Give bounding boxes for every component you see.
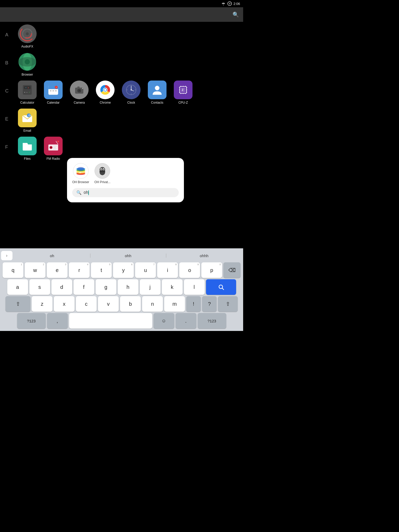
svg-rect-20 [50,90,51,91]
section-b: B Browser [5,52,238,76]
search-enter-icon [218,284,224,290]
key-x[interactable]: x [54,296,75,312]
cpuz-label: CPU-Z [178,101,188,104]
svg-rect-21 [52,90,54,91]
key-j[interactable]: j [140,279,161,295]
key-search-enter[interactable] [206,279,236,295]
app-camera[interactable]: Camera [68,81,91,104]
app-clock[interactable]: Clock [119,81,143,104]
svg-point-91 [103,169,104,170]
expand-suggestions-button[interactable]: › [1,251,12,260]
files-icon [18,137,37,155]
key-d[interactable]: d [51,279,72,295]
oh-browser-label: OH Browser [72,180,89,184]
svg-point-29 [82,88,83,89]
svg-text:×: × [28,87,29,89]
key-v[interactable]: v [98,296,119,312]
key-k[interactable]: k [162,279,183,295]
app-audiofx[interactable]: AudioFX [16,24,39,48]
svg-point-71 [50,147,52,148]
popup-oh-browser[interactable]: ●● OH Browser [72,163,89,184]
key-n[interactable]: n [142,296,163,312]
key-question[interactable]: ? [202,296,217,312]
key-symbols-left[interactable]: ?123 [17,313,46,329]
key-e[interactable]: 3e [47,262,68,278]
keyboard-row-1: 1q 2w 3e 4r 5t 6y 7u 8i 9o 0p ⌫ [1,262,242,278]
app-chrome[interactable]: Chrome [94,81,117,104]
key-comma[interactable]: , [47,313,68,329]
search-icon: 🔍 [232,11,239,18]
svg-text:+: + [56,86,57,89]
app-calendar[interactable]: + Calendar [42,81,65,104]
key-c[interactable]: c [76,296,97,312]
key-symbols-right[interactable]: ?123 [198,313,226,329]
key-o[interactable]: 9o [179,262,200,278]
svg-point-7 [25,59,30,64]
popup-search-text[interactable]: oh [84,190,175,195]
key-h[interactable]: h [118,279,138,295]
key-w[interactable]: 2w [25,262,45,278]
key-space[interactable] [69,313,152,329]
section-e: E @ Email [5,109,238,132]
key-b[interactable]: b [120,296,141,312]
svg-point-46 [155,86,159,90]
key-u[interactable]: 7u [135,262,156,278]
svg-rect-74 [53,149,57,149]
section-a: A AudioFX [5,24,238,48]
key-f[interactable]: f [74,279,94,295]
top-search-input[interactable] [4,12,232,17]
popup-search-icon: 🔍 [76,190,82,195]
audiofx-icon [18,24,37,43]
keyboard-row-2: a s d f g h j k l [1,279,242,295]
email-icon: @ [18,109,37,127]
key-q[interactable]: 1q [3,262,23,278]
svg-point-35 [104,89,107,91]
key-t[interactable]: 5t [91,262,112,278]
svg-point-1 [22,29,32,39]
files-label: Files [24,157,30,161]
section-letter-f: F [5,137,16,150]
keyboard-row-bottom: ?123 , ☺ . ?123 [1,313,242,329]
camera-label: Camera [74,101,85,104]
key-backspace[interactable]: ⌫ [223,262,241,278]
key-shift-right[interactable]: ⇧ [218,296,238,312]
calculator-label: Calculator [20,101,34,104]
app-cpuz[interactable]: Z CPU-Z [171,81,195,104]
key-emoji[interactable]: ☺ [154,313,174,329]
key-shift-left[interactable]: ⇧ [5,296,30,312]
key-g[interactable]: g [96,279,116,295]
suggestion-ohhh[interactable]: ohhh [166,251,242,260]
key-z[interactable]: z [32,296,52,312]
svg-text:✓: ✓ [29,91,30,94]
key-a[interactable]: a [7,279,28,295]
svg-line-93 [222,288,224,290]
suggestion-ohh[interactable]: ohh [90,251,166,260]
app-contacts[interactable]: Contacts [145,81,169,104]
app-calculator[interactable]: − × + − ✓ Calculator [16,81,39,104]
section-letter-c: C [5,81,16,94]
popup-oh-private[interactable]: OH Privat... [94,163,110,184]
app-browser[interactable]: Browser [16,52,39,76]
key-p[interactable]: 0p [201,262,222,278]
key-y[interactable]: 6y [113,262,134,278]
chrome-icon [96,81,115,99]
key-s[interactable]: s [29,279,50,295]
key-r[interactable]: 4r [69,262,90,278]
key-m[interactable]: m [164,296,185,312]
search-popup: ●● OH Browser [67,158,184,202]
key-i[interactable]: 8i [157,262,178,278]
key-l[interactable]: l [184,279,205,295]
camera-icon [70,81,89,99]
calendar-label: Calendar [47,101,60,104]
key-exclaim[interactable]: ! [186,296,201,312]
section-c: C − × + − ✓ Calculator [5,81,238,104]
key-dot[interactable]: . [176,313,196,329]
oh-browser-icon: ●● [73,163,89,179]
contacts-icon [148,81,167,99]
app-fmradio[interactable]: FM Radio [42,137,65,161]
app-email[interactable]: @ Email [16,109,39,132]
status-icons: 2:06 [221,1,240,6]
app-files[interactable]: Files [16,137,39,161]
top-search-bar[interactable]: 🔍 [0,7,243,22]
suggestion-oh[interactable]: oh [14,251,90,260]
